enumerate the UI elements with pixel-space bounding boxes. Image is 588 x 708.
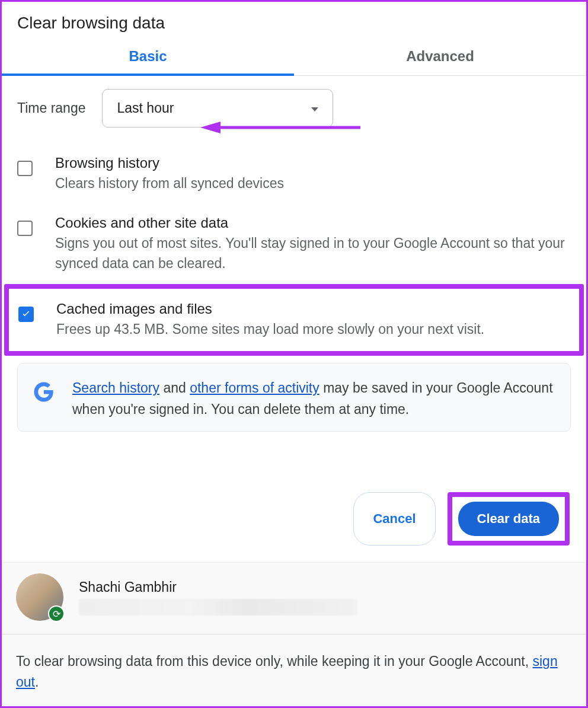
user-row: ⟳ Shachi Gambhir <box>16 573 572 621</box>
option-desc: Clears history from all synced devices <box>55 174 284 193</box>
checkbox-browsing-history[interactable] <box>17 161 33 176</box>
sync-icon: ⟳ <box>48 605 65 622</box>
infobox-text: Search history and other forms of activi… <box>72 378 555 420</box>
user-info: Shachi Gambhir <box>79 579 357 615</box>
time-range-row: Time range Last hour <box>17 89 571 127</box>
option-text: Browsing history Clears history from all… <box>55 155 284 193</box>
dialog-content: Time range Last hour Browsing history Cl… <box>2 76 586 474</box>
google-account-infobox: Search history and other forms of activi… <box>17 363 571 431</box>
tab-basic[interactable]: Basic <box>2 39 294 75</box>
option-desc: Frees up 43.5 MB. Some sites may load mo… <box>56 320 484 339</box>
option-title: Cookies and other site data <box>55 215 571 231</box>
dialog-actions: Cancel Clear data <box>2 474 586 562</box>
option-text: Cookies and other site data Signs you ou… <box>55 215 571 273</box>
option-cookies[interactable]: Cookies and other site data Signs you ou… <box>17 204 571 284</box>
option-desc: Signs you out of most sites. You'll stay… <box>55 234 571 273</box>
option-browsing-history[interactable]: Browsing history Clears history from all… <box>17 144 571 204</box>
checkbox-cached[interactable] <box>18 307 34 322</box>
option-title: Cached images and files <box>56 301 484 317</box>
clear-browsing-data-dialog: Clear browsing data Basic Advanced Time … <box>0 0 588 708</box>
checkbox-cookies[interactable] <box>17 221 33 236</box>
annotation-highlight-cached: Cached images and files Frees up 43.5 MB… <box>4 284 584 356</box>
annotation-highlight-clear: Clear data <box>448 492 570 546</box>
clear-data-button[interactable]: Clear data <box>458 502 559 536</box>
other-activity-link[interactable]: other forms of activity <box>190 380 319 396</box>
option-title: Browsing history <box>55 155 284 171</box>
time-range-value: Last hour <box>117 100 174 116</box>
user-name: Shachi Gambhir <box>79 579 357 595</box>
time-range-select[interactable]: Last hour <box>102 89 333 127</box>
dialog-title: Clear browsing data <box>2 2 586 39</box>
chevron-down-icon <box>311 107 318 111</box>
cancel-button[interactable]: Cancel <box>353 492 435 546</box>
dialog-footer: ⟳ Shachi Gambhir To clear browsing data … <box>2 562 586 706</box>
time-range-label: Time range <box>17 100 85 116</box>
option-text: Cached images and files Frees up 43.5 MB… <box>56 301 484 339</box>
search-history-link[interactable]: Search history <box>72 380 159 396</box>
google-g-icon <box>33 381 55 403</box>
user-email-redacted <box>79 599 357 615</box>
footer-text: To clear browsing data from this device … <box>16 651 572 692</box>
tabs: Basic Advanced <box>2 39 586 76</box>
divider <box>2 634 586 634</box>
tab-advanced[interactable]: Advanced <box>294 39 586 75</box>
avatar: ⟳ <box>16 573 63 621</box>
option-cached[interactable]: Cached images and files Frees up 43.5 MB… <box>18 295 570 345</box>
